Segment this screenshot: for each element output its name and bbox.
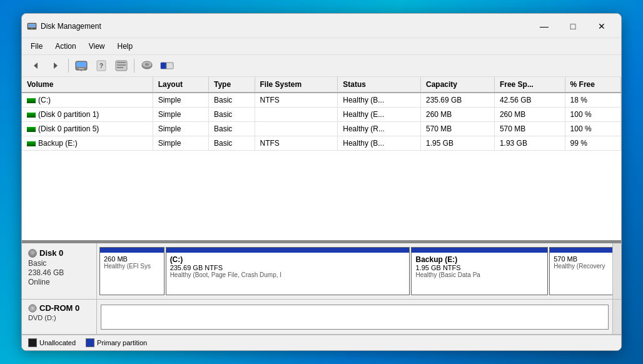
disk0-row: Disk 0 Basic 238.46 GB Online 260 MB Hea… [22,243,621,300]
cell-volume: (C:) [22,93,153,108]
partition-0[interactable]: 260 MB Healthy (EFI Sys [99,247,165,295]
cdrom-icon [28,304,37,313]
disk-area: Disk 0 Basic 238.46 GB Online 260 MB Hea… [22,242,621,350]
svg-rect-3 [29,24,35,27]
svg-rect-15 [117,67,123,68]
toolbar-disk-icon[interactable] [138,58,156,74]
legend-unalloc-box [28,338,37,347]
toolbar-partition[interactable] [158,58,176,74]
partition-size-1: 235.69 GB NTFS [170,264,406,271]
disk0-type: Basic [28,259,90,268]
cell-layout: Simple [153,93,208,108]
col-status: Status [338,77,421,93]
svg-rect-13 [117,62,126,63]
legend-primary-label: Primary partition [97,339,147,346]
svg-point-9 [81,70,82,71]
toolbar-separator-2 [134,59,134,73]
legend: Unallocated Primary partition [22,335,621,350]
table-row[interactable]: (C:) Simple Basic NTFS Healthy (B... 235… [22,93,621,108]
legend-primary: Primary partition [86,338,147,347]
toolbar-help[interactable]: ? [93,58,110,74]
disk0-label: Disk 0 Basic 238.46 GB Online [22,243,97,299]
cell-status: Healthy (R... [338,122,421,136]
cell-layout: Simple [153,136,208,151]
cell-volume: Backup (E:) [22,136,153,151]
scrollbar-2[interactable] [612,300,621,334]
cell-type: Basic [209,108,255,122]
disk0-partitions: 260 MB Healthy (EFI Sys (C:) 235.69 GB N… [97,243,612,299]
col-volume: Volume [22,77,153,93]
cell-free: 1.93 GB [494,136,565,151]
disk0-status: Online [28,278,90,286]
partition-header-3 [550,248,612,253]
partition-size-0: 260 MB [104,255,160,263]
cell-pctfree: 100 % [565,122,620,136]
menu-action[interactable]: Action [49,39,82,53]
toolbar-back[interactable] [27,58,44,74]
cell-free: 570 MB [494,122,565,136]
svg-rect-20 [161,63,166,69]
toolbar-properties[interactable] [113,58,130,74]
window-controls: — □ ✕ [530,18,616,35]
cell-volume: (Disk 0 partition 1) [22,108,153,122]
cell-capacity: 1.95 GB [420,136,494,151]
toolbar: ? [22,55,621,77]
window-title: Disk Management [41,22,530,31]
toolbar-disk-view[interactable] [73,58,90,74]
svg-rect-7 [76,62,86,67]
menu-view[interactable]: View [83,39,111,53]
svg-text:?: ? [99,63,103,69]
cell-free: 42.56 GB [494,93,565,108]
partition-status-1: Healthy (Boot, Page File, Crash Dump, I [170,271,406,278]
cdrom-content [97,300,612,334]
menu-file[interactable]: File [24,39,49,53]
cell-type: Basic [209,93,255,108]
disk0-size: 238.46 GB [28,268,90,277]
table-header-row: Volume Layout Type File System Status Ca… [22,77,621,93]
table-row[interactable]: (Disk 0 partition 5) Simple Basic Health… [22,122,621,136]
partition-3[interactable]: 570 MB Healthy (Recovery [549,247,612,295]
partition-status-3: Healthy (Recovery [554,263,610,270]
cell-filesystem [255,122,338,136]
cell-status: Healthy (B... [338,136,421,151]
partition-name-1: (C:) [170,255,406,264]
partition-header-2 [412,248,547,253]
toolbar-forward[interactable] [47,58,64,74]
cell-type: Basic [209,136,255,151]
cell-layout: Simple [153,108,208,122]
partition-status-0: Healthy (EFI Sys [104,263,160,270]
partition-header-1 [166,248,410,253]
partition-size-2: 1.95 GB NTFS [415,264,544,271]
partition-name-2: Backup (E:) [415,255,544,264]
disk-management-window: Disk Management — □ ✕ File Action View H… [21,13,622,351]
disk-table: Volume Layout Type File System Status Ca… [22,77,621,151]
svg-rect-8 [79,68,84,69]
cell-filesystem: NTFS [255,93,338,108]
cell-pctfree: 18 % [565,93,620,108]
table-row[interactable]: (Disk 0 partition 1) Simple Basic Health… [22,108,621,122]
partition-size-3: 570 MB [554,255,610,263]
close-button[interactable]: ✕ [587,18,616,35]
menu-help[interactable]: Help [111,39,139,53]
minimize-button[interactable]: — [530,18,559,35]
cell-status: Healthy (E... [338,108,421,122]
toolbar-separator-1 [68,59,69,73]
scrollbar[interactable] [612,243,621,299]
cdrom-type: DVD (D:) [28,314,90,321]
col-free: Free Sp... [494,77,565,93]
col-filesystem: File System [255,77,338,93]
col-layout: Layout [153,77,208,93]
partition-2[interactable]: Backup (E:) 1.95 GB NTFS Healthy (Basic … [411,247,548,295]
cdrom-row: CD-ROM 0 DVD (D:) [22,300,621,335]
cdrom-label: CD-ROM 0 DVD (D:) [22,300,97,334]
table-row[interactable]: Backup (E:) Simple Basic NTFS Healthy (B… [22,136,621,151]
svg-marker-4 [34,63,38,69]
col-capacity: Capacity [420,77,494,93]
maximize-button[interactable]: □ [559,18,587,35]
svg-point-2 [31,28,33,29]
volume-table: Volume Layout Type File System Status Ca… [22,77,621,242]
cell-status: Healthy (B... [338,93,421,108]
partition-1[interactable]: (C:) 235.69 GB NTFS Healthy (Boot, Page … [166,247,410,295]
cell-filesystem: NTFS [255,136,338,151]
svg-point-23 [31,307,34,310]
